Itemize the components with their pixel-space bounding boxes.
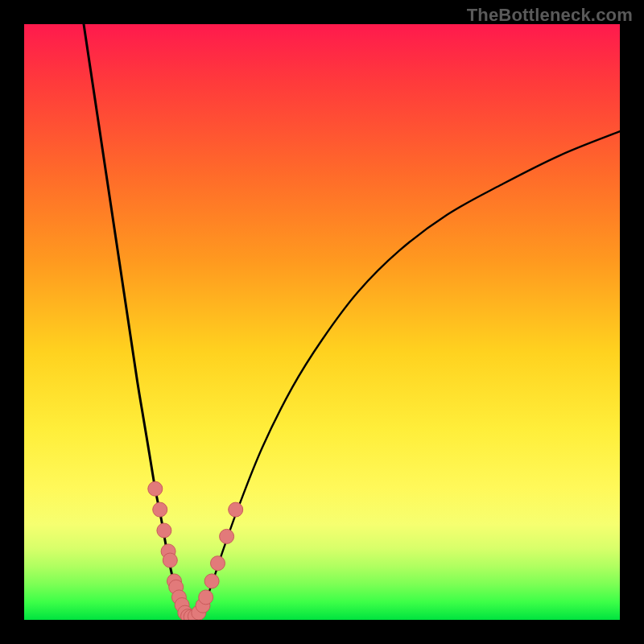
highlight-marker [204, 574, 219, 588]
highlight-marker [157, 523, 171, 538]
highlight-marker [163, 553, 177, 568]
highlight-markers [148, 481, 243, 620]
highlight-marker [220, 529, 234, 543]
highlight-marker [153, 502, 167, 517]
highlight-marker [148, 481, 163, 496]
chart-frame: TheBottleneck.com [0, 0, 644, 644]
highlight-marker [229, 502, 243, 517]
watermark-text: TheBottleneck.com [467, 5, 633, 26]
highlight-marker [199, 590, 213, 605]
curve-right [197, 131, 620, 616]
curve-layer [24, 24, 620, 620]
plot-area [24, 24, 620, 620]
highlight-marker [211, 556, 225, 571]
